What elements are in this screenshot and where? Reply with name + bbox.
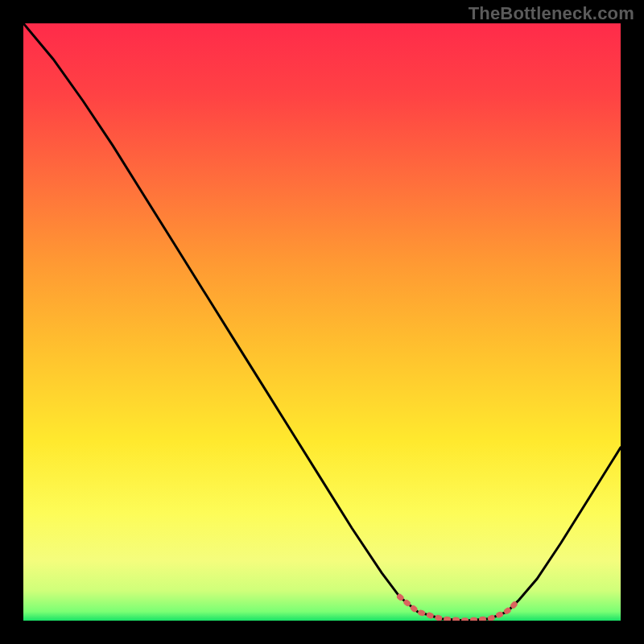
gradient-background bbox=[23, 23, 621, 621]
chart-container: TheBottleneck.com bbox=[0, 0, 644, 644]
plot-area bbox=[23, 23, 621, 621]
chart-svg bbox=[23, 23, 621, 621]
watermark-text: TheBottleneck.com bbox=[469, 3, 634, 24]
